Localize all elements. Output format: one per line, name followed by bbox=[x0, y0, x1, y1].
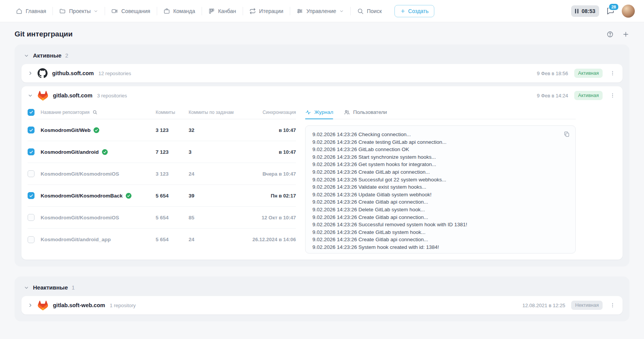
log-line: 9.02.2026 14:23:26 Create GitLab api con… bbox=[312, 168, 568, 176]
task-commits-count: 32 bbox=[189, 127, 236, 133]
tab-label: Журнал bbox=[314, 109, 333, 115]
integration-meta: 1 repository bbox=[110, 303, 136, 308]
nav-item-projects[interactable]: Проекты bbox=[53, 0, 105, 22]
nav-item-iterations[interactable]: Итерации bbox=[243, 0, 290, 22]
integration-name: github.soft.com bbox=[52, 70, 94, 76]
sync-time: в 10:47 bbox=[236, 127, 296, 133]
chevron-down-icon bbox=[339, 9, 344, 13]
log-output: 9.02.2026 14:23:26 Checking connection..… bbox=[305, 125, 576, 253]
tabs: Журнал Пользователи bbox=[305, 105, 576, 119]
nav-label: Проекты bbox=[69, 8, 90, 14]
commits-count: 3 123 bbox=[156, 127, 189, 133]
nav-item-team[interactable]: Команда bbox=[157, 0, 202, 22]
log-line: 9.02.2026 14:23:26 Delete GitLab system … bbox=[312, 206, 568, 214]
sync-time: в 10:47 bbox=[236, 149, 296, 155]
card-right: 9 Фев в 18:56 Активная bbox=[537, 69, 616, 78]
log-line: 9.02.2026 14:23:26 Successful got 22 sys… bbox=[312, 176, 568, 184]
timer-value: 08:53 bbox=[582, 8, 595, 14]
repo-name: KosmodromGit/Web bbox=[41, 127, 90, 133]
commits-count: 5 654 bbox=[156, 193, 189, 199]
card-right: 9 Фев в 14:24 Активная bbox=[537, 91, 616, 100]
sync-time: Пн в 02:17 bbox=[236, 193, 296, 199]
nav-item-home[interactable]: Главная bbox=[9, 0, 53, 22]
log-line: 9.02.2026 14:23:26 Create Gitlab api con… bbox=[312, 236, 568, 244]
card-header: gitlab.soft.com 3 repositories 9 Фев в 1… bbox=[21, 86, 623, 105]
integration-name: gitlab.soft-web.com bbox=[53, 302, 105, 308]
nav-label: Команда bbox=[173, 8, 195, 14]
repo-checkbox[interactable] bbox=[28, 127, 34, 133]
help-icon[interactable] bbox=[606, 31, 614, 38]
repo-row[interactable]: KosmodromGit/KosmodromiOS 3 123 24 Вчера… bbox=[28, 163, 296, 185]
kebab-menu-icon[interactable] bbox=[609, 301, 616, 309]
nav-item-kanban[interactable]: Канбан bbox=[202, 0, 243, 22]
repo-row[interactable]: KosmodromGit/KosmodromBack 5 654 39 Пн в… bbox=[28, 185, 296, 207]
sync-time: 26.12.2024 в 14:06 bbox=[236, 237, 296, 242]
github-icon bbox=[38, 68, 48, 78]
integration-card-gitlab-web: gitlab.soft-web.com 1 repository 12.08.2… bbox=[21, 296, 623, 314]
notifications-button[interactable]: 28 bbox=[606, 7, 615, 15]
integration-date: 9 Фев в 18:56 bbox=[537, 71, 568, 76]
repo-name: KosmodromGit/KosmodromiOS bbox=[41, 171, 119, 177]
kebab-menu-icon[interactable] bbox=[609, 92, 616, 99]
repo-checkbox[interactable] bbox=[28, 214, 34, 221]
card-header: gitlab.soft-web.com 1 repository 12.08.2… bbox=[21, 296, 623, 314]
log-line: 9.02.2026 14:23:26 Update Gitlab system … bbox=[312, 191, 568, 199]
nav-item-search[interactable]: Поиск bbox=[350, 0, 388, 22]
task-commits-count: 3 bbox=[189, 149, 236, 155]
status-badge: Активная bbox=[574, 69, 603, 78]
user-avatar[interactable] bbox=[622, 5, 635, 18]
log-line: 9.02.2026 14:23:26 Validate exist system… bbox=[312, 183, 568, 191]
nav-item-meetings[interactable]: Совещания bbox=[105, 0, 156, 22]
status-badge: Нективная bbox=[571, 301, 603, 310]
repo-checkbox[interactable] bbox=[28, 192, 34, 199]
topbar-right: 08:53 28 bbox=[571, 5, 635, 18]
chevron-right-icon[interactable] bbox=[28, 303, 33, 308]
section-inactive-header[interactable]: Неактивные 1 bbox=[21, 280, 623, 296]
time-tracker[interactable]: 08:53 bbox=[571, 5, 599, 17]
repo-checkbox[interactable] bbox=[28, 148, 34, 155]
section-active: Активные 2 github.soft.com 12 repositori… bbox=[15, 44, 629, 267]
log-line: 9.02.2026 14:23:26 Start synchronize sys… bbox=[312, 153, 568, 161]
kebab-menu-icon[interactable] bbox=[609, 69, 616, 77]
log-line: 9.02.2026 14:23:26 GitLab connection OK bbox=[312, 146, 568, 153]
home-icon bbox=[16, 8, 23, 15]
tab-users[interactable]: Пользователи bbox=[344, 105, 387, 119]
nav-item-management[interactable]: Управление bbox=[290, 0, 350, 22]
repo-name: KosmodromGit/android bbox=[41, 149, 99, 155]
status-badge: Активная bbox=[574, 91, 603, 100]
repo-row[interactable]: KosmodromGit/android 7 123 3 в 10:47 bbox=[28, 141, 296, 163]
chevron-right-icon[interactable] bbox=[28, 71, 33, 76]
integration-meta: 12 repositories bbox=[99, 71, 131, 76]
commits-count: 5 654 bbox=[156, 237, 189, 242]
repo-name-column-header: Название репозитория bbox=[41, 110, 89, 115]
repo-row[interactable]: KosmodromGit/KosmodromiOS 5 654 85 12 Ок… bbox=[28, 207, 296, 229]
search-icon[interactable] bbox=[92, 110, 97, 115]
add-integration-icon[interactable] bbox=[622, 31, 629, 38]
integration-date: 12.08.2021 в 12:25 bbox=[522, 303, 565, 308]
card-header: github.soft.com 12 repositories 9 Фев в … bbox=[21, 64, 623, 82]
repo-row[interactable]: KosmodromGit/Web 3 123 32 в 10:47 bbox=[28, 119, 296, 141]
commits-count: 7 123 bbox=[156, 149, 189, 155]
plus-icon bbox=[400, 8, 406, 14]
tab-journal[interactable]: Журнал bbox=[305, 105, 333, 119]
commits-count: 5 654 bbox=[156, 215, 189, 221]
repo-name: KosmodromGit/android_app bbox=[41, 237, 111, 242]
log-line: 9.02.2026 14:23:26 Successful update sys… bbox=[312, 251, 568, 254]
search-icon bbox=[357, 8, 364, 15]
section-active-header[interactable]: Активные 2 bbox=[21, 48, 623, 64]
select-all-checkbox[interactable] bbox=[28, 109, 34, 116]
commits-column-header: Коммиты bbox=[156, 110, 189, 115]
verified-icon bbox=[102, 149, 108, 155]
copy-icon[interactable] bbox=[563, 130, 571, 138]
log-line: 9.02.2026 14:23:26 Create GitLab system … bbox=[312, 229, 568, 236]
repo-checkbox[interactable] bbox=[28, 170, 34, 177]
chevron-down-icon bbox=[24, 285, 29, 290]
nav-label: Поиск bbox=[367, 8, 382, 14]
repo-row[interactable]: KosmodromGit/android_app 5 654 24 26.12.… bbox=[28, 229, 296, 250]
repo-checkbox[interactable] bbox=[28, 236, 34, 243]
create-button[interactable]: Создать bbox=[394, 5, 434, 17]
chevron-down-icon[interactable] bbox=[28, 93, 33, 98]
repo-name: KosmodromGit/KosmodromiOS bbox=[41, 215, 119, 221]
users-icon bbox=[344, 109, 350, 115]
page-actions bbox=[606, 31, 629, 38]
